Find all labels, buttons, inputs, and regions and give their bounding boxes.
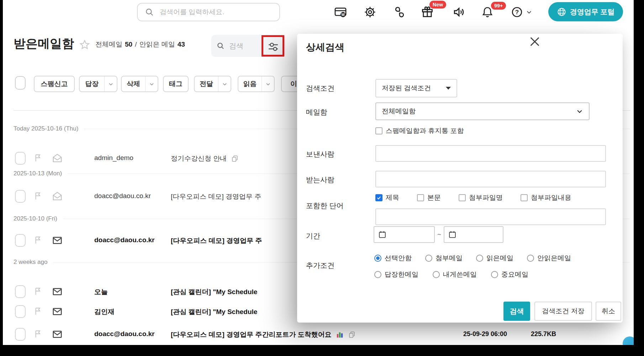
mail-open-icon bbox=[52, 191, 63, 202]
chart-attachment-icon bbox=[336, 331, 344, 339]
copy-icon[interactable] bbox=[231, 155, 239, 163]
radio-none[interactable]: 선택안함 bbox=[374, 254, 412, 263]
forward-dropdown-chevron-icon[interactable] bbox=[218, 76, 231, 91]
period-start-date[interactable] bbox=[374, 226, 435, 243]
mail-subject[interactable]: [다우오피스 데모] 경영업무 주간리포트가 도착했어요 bbox=[171, 330, 356, 339]
word-option-body[interactable]: 본문 bbox=[417, 193, 441, 202]
word-option-filename[interactable]: 첨부파일명 bbox=[459, 193, 503, 202]
mail-date: 25-09-29 06:00 bbox=[463, 330, 507, 338]
radio-unselected[interactable] bbox=[476, 255, 483, 262]
mail-subject[interactable]: 정기수강신청 안내 bbox=[171, 154, 239, 163]
mail-subject[interactable]: [다우오피스 데모] 경영업무 주 bbox=[171, 192, 261, 201]
checkbox-unchecked[interactable] bbox=[459, 194, 466, 201]
flag-icon[interactable] bbox=[33, 235, 43, 245]
mail-sender: doacc@daou.co.kr bbox=[94, 192, 165, 200]
flag-icon[interactable] bbox=[33, 191, 43, 201]
total-count: 50 bbox=[125, 41, 132, 48]
extra-label: 추가조건 bbox=[306, 261, 334, 270]
app-screen: W New 99+ bbox=[0, 0, 644, 356]
mail-closed-icon bbox=[52, 286, 63, 297]
word-option-subject[interactable]: 제목 bbox=[375, 193, 399, 202]
radio-selected[interactable] bbox=[374, 255, 381, 262]
radio-unselected[interactable] bbox=[527, 255, 534, 262]
extra-options-row2: 답장한메일 내게쓴메일 중요메일 bbox=[374, 270, 528, 279]
row-checkbox[interactable] bbox=[15, 285, 26, 298]
unread-count: 43 bbox=[178, 41, 185, 48]
mail-subject[interactable]: [관심 캘린더] "My Schedule bbox=[171, 287, 257, 297]
word-scope-options: 제목 본문 첨부파일명 첨부파일내용 bbox=[375, 193, 571, 202]
row-checkbox[interactable] bbox=[15, 234, 26, 247]
mail-row[interactable]: doacc@daou.co.kr [다우오피스 데모] 경영업무 주간리포트가 … bbox=[0, 326, 644, 343]
radio-unselected[interactable] bbox=[425, 255, 432, 262]
radio-replied[interactable]: 답장한메일 bbox=[374, 270, 418, 279]
announcement-speaker-icon[interactable] bbox=[452, 5, 466, 19]
radio-unselected[interactable] bbox=[433, 271, 440, 278]
row-checkbox[interactable] bbox=[15, 190, 26, 203]
business-portal-button[interactable]: 경영업무 포털 bbox=[548, 2, 623, 21]
radio-unselected[interactable] bbox=[491, 271, 498, 278]
mailbox-label: 메일함 bbox=[306, 107, 327, 117]
reply-button[interactable]: 답장 bbox=[79, 76, 117, 92]
search-submit-button[interactable]: 검색 bbox=[503, 302, 530, 321]
mail-list-search-input[interactable] bbox=[228, 42, 258, 51]
radio-read[interactable]: 읽은메일 bbox=[476, 254, 513, 263]
tag-button[interactable]: 태그 bbox=[163, 76, 189, 92]
radio-to-me[interactable]: 내게쓴메일 bbox=[433, 270, 477, 279]
mail-subject[interactable]: [관심 캘린더] "My Schedule bbox=[171, 307, 257, 317]
word-label: 포함한 단어 bbox=[306, 201, 344, 211]
help-chevron-down-icon[interactable] bbox=[524, 5, 534, 19]
radio-unselected[interactable] bbox=[374, 271, 381, 278]
save-condition-button[interactable]: 검색조건 저장 bbox=[534, 302, 592, 321]
select-all-checkbox[interactable] bbox=[15, 76, 26, 90]
reply-dropdown-chevron-icon[interactable] bbox=[104, 76, 117, 91]
mark-read-button[interactable]: 읽음 bbox=[238, 76, 275, 92]
checkbox-unchecked[interactable] bbox=[521, 194, 528, 201]
favorite-star-icon[interactable] bbox=[79, 39, 90, 51]
radio-unread[interactable]: 안읽은메일 bbox=[527, 254, 571, 263]
period-label: 기간 bbox=[306, 231, 320, 241]
mailbox-select[interactable]: 전체메일함 bbox=[375, 102, 590, 120]
report-spam-button[interactable]: 스팸신고 bbox=[34, 76, 75, 92]
help-icon[interactable]: ? bbox=[510, 5, 524, 19]
row-checkbox[interactable] bbox=[15, 328, 26, 341]
global-search-input[interactable] bbox=[159, 8, 279, 16]
global-search[interactable] bbox=[137, 3, 280, 21]
sender-input[interactable] bbox=[375, 145, 606, 162]
mail-subject[interactable]: [다우오피스 데모] 경영업무 주 bbox=[171, 236, 262, 245]
recipient-label: 받는사람 bbox=[306, 175, 334, 185]
period-end-date[interactable] bbox=[444, 226, 503, 243]
checkbox-unchecked[interactable] bbox=[417, 194, 424, 201]
copy-icon[interactable] bbox=[348, 331, 356, 339]
forward-button[interactable]: 전달 bbox=[194, 76, 231, 92]
flag-icon[interactable] bbox=[33, 287, 43, 296]
delete-dropdown-chevron-icon[interactable] bbox=[145, 76, 158, 91]
saved-condition-dropdown[interactable]: 저장된 검색조건 bbox=[375, 79, 457, 97]
screen-border-right bbox=[634, 0, 644, 356]
checkbox-unchecked[interactable] bbox=[375, 127, 382, 134]
flag-icon[interactable] bbox=[33, 153, 43, 163]
advanced-search-modal: 상세검색 검색조건 저장된 검색조건 메일함 전체메일함 스팸메일함과 휴지통 … bbox=[297, 34, 623, 323]
row-checkbox[interactable] bbox=[15, 152, 26, 165]
radio-important[interactable]: 중요메일 bbox=[491, 270, 528, 279]
integrations-link-icon[interactable] bbox=[392, 5, 407, 19]
flag-icon[interactable] bbox=[33, 307, 43, 316]
mail-size: 225.7KB bbox=[531, 330, 556, 338]
checkbox-checked[interactable] bbox=[375, 194, 382, 201]
settings-gear-icon[interactable] bbox=[363, 5, 377, 19]
close-icon[interactable] bbox=[528, 34, 542, 49]
delete-button[interactable]: 삭제 bbox=[121, 76, 158, 92]
flag-icon[interactable] bbox=[33, 329, 43, 339]
read-dropdown-chevron-icon[interactable] bbox=[262, 76, 274, 91]
calendar-icon bbox=[448, 230, 457, 239]
payment-card-icon[interactable]: W bbox=[333, 5, 348, 19]
cancel-button[interactable]: 취소 bbox=[596, 302, 621, 321]
radio-attached[interactable]: 첨부메일 bbox=[425, 254, 463, 263]
screen-border-bottom bbox=[0, 345, 644, 356]
row-checkbox[interactable] bbox=[15, 305, 26, 318]
extra-options-row1: 선택안함 첨부메일 읽은메일 안읽은메일 bbox=[374, 254, 571, 263]
recipient-input[interactable] bbox=[375, 171, 606, 187]
mail-closed-icon bbox=[52, 235, 63, 246]
include-spam-option[interactable]: 스팸메일함과 휴지통 포함 bbox=[375, 126, 464, 136]
word-option-filecontent[interactable]: 첨부파일내용 bbox=[521, 193, 571, 202]
word-input[interactable] bbox=[375, 208, 606, 225]
